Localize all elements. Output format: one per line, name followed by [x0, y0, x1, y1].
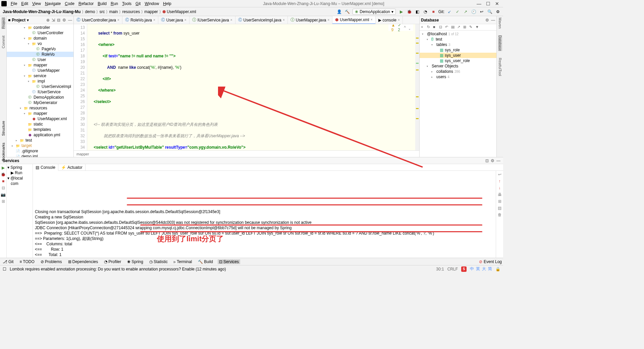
commit-tool-tab[interactable]: Commit [1, 36, 5, 48]
stop-icon[interactable]: ■ [433, 25, 438, 30]
camera-icon[interactable]: 📷 [1, 192, 6, 197]
ime-item[interactable]: 简 [488, 266, 492, 272]
editor-tab-usermapper.java[interactable]: ⒾUserMapper.java× [288, 16, 333, 24]
tree-node-domain[interactable]: ▾📁domain [7, 36, 73, 41]
database-tool-tab[interactable]: Database [498, 35, 502, 51]
tree-node-impl[interactable]: ▾📁impl [7, 79, 73, 84]
filter-icon[interactable]: ⊟ [2, 186, 5, 190]
editor-tab-userserviceimpl.java[interactable]: ⒸUserServiceImpl.java× [235, 16, 288, 24]
bottom-tab-statistic[interactable]: ◷Statistic [148, 259, 169, 264]
menu-run[interactable]: Run [109, 1, 120, 6]
tree-node-mapper[interactable]: ▾📁mapper [7, 111, 73, 116]
bottom-tab-profiler[interactable]: ◔Profiler [103, 259, 122, 264]
editor-tab-rolevo.java[interactable]: ⒸRoleVo.java× [122, 16, 158, 24]
menu-build[interactable]: Build [96, 1, 109, 6]
sogou-ime-icon[interactable]: S [461, 266, 467, 272]
bottom-tab-git[interactable]: ⎇Git [1, 259, 15, 264]
hide-icon[interactable]: — [496, 158, 500, 163]
tree-node-pagevo[interactable]: ⒸPageVo [7, 46, 73, 52]
gear-icon[interactable]: ⚙ [491, 158, 494, 163]
editor-tab-iuserservice.java[interactable]: ⒾIUserService.java× [190, 16, 235, 24]
menu-tools[interactable]: Tools [120, 1, 133, 6]
tree-node-service[interactable]: ▾📁service [7, 73, 73, 79]
tab-console[interactable]: ▤Console [33, 164, 58, 171]
ime-item[interactable]: 英 [476, 266, 480, 272]
services-node[interactable]: ▾ @local [7, 176, 32, 181]
db-node-sys_user_role[interactable]: ▦ sys_user_role [420, 58, 496, 63]
scroll-up-icon[interactable]: ↑ [499, 179, 501, 184]
breadcrumb-item[interactable]: mapper [144, 9, 158, 14]
run-icon[interactable]: ▶ [2, 165, 5, 170]
clear-icon[interactable]: 🗑 [498, 212, 502, 217]
build-icon[interactable]: 🔨 [344, 9, 350, 14]
tree-node-iuserservice[interactable]: ⒾIUserService [7, 89, 73, 95]
breadcrumb-item[interactable]: main [109, 9, 118, 14]
structure-tool-tab[interactable]: Structure [1, 121, 5, 136]
tree-node-resources[interactable]: ▾📁resources [7, 105, 73, 111]
db-node-collations[interactable]: ▸ collations 286 [420, 69, 496, 74]
services-node[interactable]: ▾ Spring [7, 165, 32, 170]
db-node-users[interactable]: ▸ users 4 [420, 74, 496, 80]
view-icon[interactable]: ▤ [498, 206, 501, 210]
tree-node-usercontroller[interactable]: ⒸUserController [7, 30, 73, 36]
editor-breadcrumb-bottom[interactable]: mapper [74, 150, 419, 157]
menu-navigate[interactable]: Navigate [43, 1, 63, 6]
add-icon[interactable]: + [421, 25, 426, 30]
editor-tab-user.java[interactable]: ⒸUser.java× [158, 16, 190, 24]
settings-icon[interactable]: ⚙ [62, 18, 66, 22]
debug-button[interactable]: 🐞 [407, 9, 412, 14]
git-update-icon[interactable]: ↙ [447, 9, 452, 14]
gear-icon[interactable]: ⚙ [485, 18, 489, 22]
edit-icon[interactable]: ✎ [469, 25, 474, 30]
bottom-tab-dependencies[interactable]: ⊞Dependencies [67, 259, 100, 264]
debug-icon[interactable]: 🐞 [1, 172, 6, 177]
services-node[interactable]: ▶ Run [7, 170, 32, 176]
console-icon[interactable]: ▤ [451, 25, 456, 30]
expand-icon[interactable]: ⊞ [2, 199, 5, 204]
db-node-@localhost[interactable]: ▾ @localhost 1 of 12 [420, 31, 496, 37]
print-icon[interactable]: 🖶 [498, 192, 502, 197]
ime-item[interactable]: 大 [482, 266, 486, 272]
breadcrumb-item[interactable]: Java-Module-Wen-Zhang-Ji-Lu-Xiang-Mu [3, 9, 80, 14]
console-output[interactable]: 使用到了limit分页了 Closing non transactional S… [33, 171, 496, 258]
bookmarks-tool-tab[interactable]: Bookmarks [1, 143, 5, 161]
db-node-sys_user[interactable]: ▦ sys_user [420, 53, 496, 58]
run-configuration-selector[interactable]: ❀DemoApplication▾ [353, 9, 396, 15]
editor-tab-usermapper.xml[interactable]: ⬢UserMapper.xml× [332, 16, 375, 24]
menu-window[interactable]: Window [143, 1, 161, 6]
tree-node-userserviceimpl[interactable]: ⒸUserServiceImpl [7, 84, 73, 89]
menu-edit[interactable]: Edit [19, 1, 30, 6]
tree-node-static[interactable]: 📁static [7, 121, 73, 127]
tree-node-demoapplication[interactable]: ⒸDemoApplication [7, 95, 73, 100]
menu-view[interactable]: View [30, 1, 43, 6]
bottom-tab-terminal[interactable]: ▹Terminal [172, 259, 193, 264]
editor-tab-usercontroller.java[interactable]: ⒸUserController.java× [74, 16, 122, 24]
db-node-Server Objects[interactable]: ▾ Server Objects [420, 63, 496, 69]
collapse-all-icon[interactable]: ⊟ [57, 18, 60, 22]
menu-file[interactable]: File [9, 1, 19, 6]
minimize-button[interactable]: — [477, 1, 481, 6]
close-button[interactable]: ✕ [495, 1, 499, 6]
caret-position[interactable]: 30:1 [436, 267, 444, 271]
tree-node-mpgenerator[interactable]: ⒸMpGenerator [7, 100, 73, 105]
maven-tool-tab[interactable]: Maven [498, 17, 502, 29]
padlock-icon[interactable]: 🔒 [495, 267, 500, 271]
tree-node-controller[interactable]: ▾📁controller [7, 25, 73, 30]
expand-all-icon[interactable]: ⇲ [52, 18, 55, 22]
breadcrumb-item[interactable]: resources [122, 9, 140, 14]
git-push-icon[interactable]: ↗ [463, 9, 468, 14]
ime-item[interactable]: 中 [470, 266, 474, 272]
git-rollback-icon[interactable]: ↩ [479, 9, 484, 14]
maximize-button[interactable]: ☐ [486, 1, 490, 6]
services-node[interactable]: com [7, 181, 32, 186]
breadcrumb-item[interactable]: demo [85, 9, 95, 14]
breadcrumb-item[interactable]: ⬢ UserMapper.xml [162, 9, 196, 14]
git-commit-icon[interactable]: ✓ [455, 9, 460, 14]
tree-node-mapper[interactable]: ▾📁mapper [7, 62, 73, 68]
tree-node-vo[interactable]: ▾📁vo [7, 41, 73, 46]
bottom-tab-todo[interactable]: ≡TODO [18, 259, 36, 264]
tree-node-usermapper[interactable]: ⒾUserMapper [7, 68, 73, 73]
menu-help[interactable]: Help [161, 1, 173, 6]
stop-icon[interactable]: ■ [2, 179, 4, 184]
tree-node-usermapper.xml[interactable]: ⬢UserMapper.xml [7, 116, 73, 121]
